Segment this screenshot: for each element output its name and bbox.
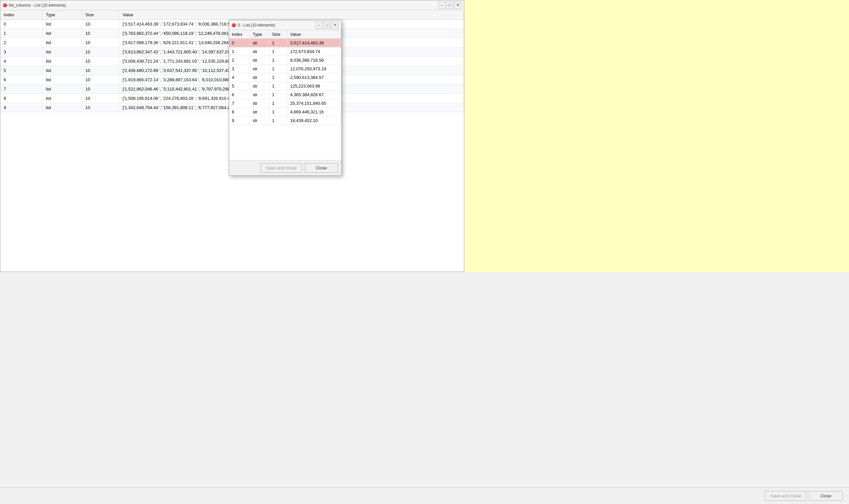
dialog-maximize-button[interactable]: □ xyxy=(323,21,331,29)
cell-index: 8 xyxy=(0,94,42,103)
cell-type: list xyxy=(42,103,82,112)
cell-type: list xyxy=(42,38,82,48)
dialog-cell-size: 1 xyxy=(269,99,288,108)
dialog-window-controls: − □ ✕ xyxy=(315,21,339,29)
dialog-cell-type: str xyxy=(250,99,269,108)
dialog-cell-size: 1 xyxy=(269,65,288,73)
cell-size: 10 xyxy=(82,20,119,29)
main-window-icon xyxy=(3,3,7,7)
dialog-col-size: Size xyxy=(269,30,288,39)
cell-type: list xyxy=(42,75,82,85)
page-save-and-close-button[interactable]: Save and Close xyxy=(765,491,807,501)
dialog-cell-type: str xyxy=(250,82,269,91)
dialog-cell-size: 1 xyxy=(269,108,288,116)
dialog-cell-value: 4,365,384,826.67 xyxy=(287,91,341,99)
cell-index: 2 xyxy=(0,38,42,48)
dialog-cell-index: 3 xyxy=(229,65,250,73)
dialog-table-row[interactable]: 1 str 1 172,673,834.74 xyxy=(229,48,341,56)
dialog-table-header-row: Index Type Size Value xyxy=(229,30,341,39)
dialog-table-row[interactable]: 5 str 1 125,223,063.98 xyxy=(229,82,341,91)
dialog-cell-type: str xyxy=(250,91,269,99)
cell-index: 5 xyxy=(0,66,42,75)
cell-type: list xyxy=(42,20,82,29)
dialog-cell-size: 1 xyxy=(269,91,288,99)
main-title-bar: list_columns - List (10 elements) − □ ✕ xyxy=(0,0,464,10)
dialog-table-row[interactable]: 9 str 1 18,439,452.10 xyxy=(229,116,341,125)
cell-index: 4 xyxy=(0,57,42,66)
dialog-cell-type: str xyxy=(250,108,269,116)
dialog-cell-index: 1 xyxy=(229,48,250,56)
dialog-table-row[interactable]: 3 str 1 12,076,293,973.19 xyxy=(229,65,341,73)
dialog-cell-index: 9 xyxy=(229,116,250,125)
dialog-bottom-bar: Save and Close Close xyxy=(229,160,341,175)
dialog-table-row[interactable]: 8 str 1 4,669,446,321.16 xyxy=(229,108,341,116)
dialog-cell-size: 1 xyxy=(269,39,288,48)
cell-index: 9 xyxy=(0,103,42,112)
main-col-size: Size xyxy=(82,10,119,20)
dialog-cell-value: 25,374,151,840.65 xyxy=(287,99,341,108)
dialog-cell-size: 1 xyxy=(269,116,288,125)
cell-type: list xyxy=(42,48,82,57)
cell-index: 3 xyxy=(0,48,42,57)
cell-size: 10 xyxy=(82,66,119,75)
cell-size: 10 xyxy=(82,57,119,66)
main-maximize-button[interactable]: □ xyxy=(446,2,453,9)
dialog-cell-index: 8 xyxy=(229,108,250,116)
main-window-controls: − □ ✕ xyxy=(438,2,461,9)
cell-size: 10 xyxy=(82,94,119,103)
dialog-cell-size: 1 xyxy=(269,48,288,56)
dialog-cell-type: str xyxy=(250,116,269,125)
dialog-window-icon xyxy=(232,23,236,27)
cell-index: 0 xyxy=(0,20,42,29)
yellow-highlight-area xyxy=(464,0,849,272)
dialog-cell-value: 12,076,293,973.19 xyxy=(287,65,341,73)
dialog-cell-index: 5 xyxy=(229,82,250,91)
dialog-cell-value: 172,673,834.74 xyxy=(287,48,341,56)
dialog-window: 0 - List (10 elements) − □ ✕ Index Type … xyxy=(229,20,342,176)
main-col-type: Type xyxy=(42,10,82,20)
dialog-table-area[interactable]: Index Type Size Value 0 str 1 3,517,414,… xyxy=(229,30,341,160)
main-window-title: list_columns - List (10 elements) xyxy=(9,3,66,7)
dialog-col-value: Value xyxy=(287,30,341,39)
cell-size: 10 xyxy=(82,85,119,94)
page-close-button[interactable]: Close xyxy=(809,491,842,501)
dialog-title-left: 0 - List (10 elements) xyxy=(232,23,275,28)
cell-size: 10 xyxy=(82,38,119,48)
cell-index: 6 xyxy=(0,75,42,85)
cell-type: list xyxy=(42,94,82,103)
dialog-cell-type: str xyxy=(250,56,269,65)
cell-type: list xyxy=(42,85,82,94)
main-table-header-row: Index Type Size Value xyxy=(0,10,464,20)
dialog-cell-index: 0 xyxy=(229,39,250,48)
main-col-index: Index xyxy=(0,10,42,20)
page-bottom-bar: Save and Close Close xyxy=(0,487,849,504)
dialog-cell-type: str xyxy=(250,48,269,56)
dialog-cell-value: 3,517,414,463.39 xyxy=(287,39,341,48)
cell-type: list xyxy=(42,66,82,75)
cell-index: 1 xyxy=(0,29,42,38)
main-close-button[interactable]: ✕ xyxy=(454,2,461,9)
dialog-table-row[interactable]: 6 str 1 4,365,384,826.67 xyxy=(229,91,341,99)
dialog-cell-value: 4,669,446,321.16 xyxy=(287,108,341,116)
dialog-table-row[interactable]: 0 str 1 3,517,414,463.39 xyxy=(229,39,341,48)
dialog-table-row[interactable]: 7 str 1 25,374,151,840.65 xyxy=(229,99,341,108)
dialog-cell-type: str xyxy=(250,39,269,48)
main-minimize-button[interactable]: − xyxy=(438,2,446,9)
dialog-close-button[interactable]: ✕ xyxy=(331,21,339,29)
dialog-table: Index Type Size Value 0 str 1 3,517,414,… xyxy=(229,30,341,125)
dialog-cell-index: 6 xyxy=(229,91,250,99)
dialog-table-row[interactable]: 4 str 1 2,590,613,384.57 xyxy=(229,73,341,82)
main-title-left: list_columns - List (10 elements) xyxy=(3,3,66,7)
dialog-minimize-button[interactable]: − xyxy=(315,21,323,29)
cell-type: list xyxy=(42,57,82,66)
dialog-cell-type: str xyxy=(250,73,269,82)
dialog-close-button-bottom[interactable]: Close xyxy=(305,163,338,173)
dialog-cell-value: 2,590,613,384.57 xyxy=(287,73,341,82)
main-col-value: Value xyxy=(119,10,464,20)
dialog-window-title: 0 - List (10 elements) xyxy=(238,23,275,28)
dialog-save-and-close-button[interactable]: Save and Close xyxy=(260,163,302,173)
dialog-table-row[interactable]: 2 str 1 8,036,388,718.56 xyxy=(229,56,341,65)
dialog-cell-value: 8,036,388,718.56 xyxy=(287,56,341,65)
dialog-cell-index: 2 xyxy=(229,56,250,65)
dialog-cell-size: 1 xyxy=(269,56,288,65)
